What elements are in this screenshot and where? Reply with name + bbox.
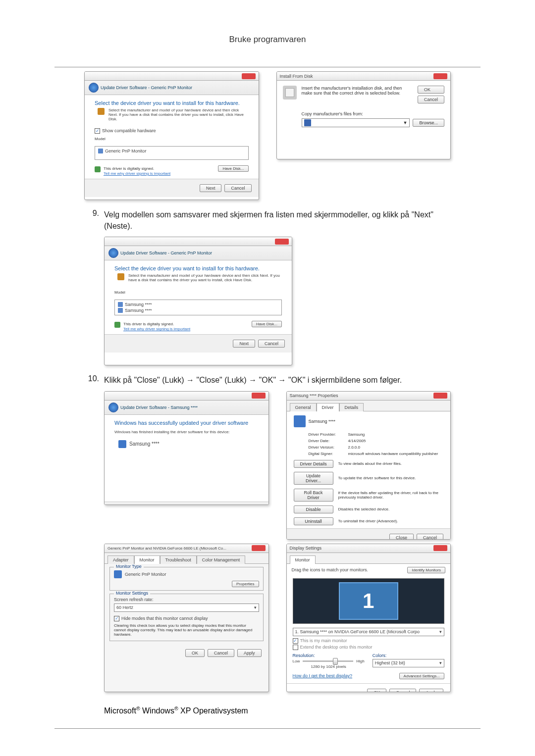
colors-select[interactable]: Highest (32 bit)▾ xyxy=(373,659,444,667)
chevron-down-icon: ▾ xyxy=(439,660,442,665)
dialog-title: Install From Disk xyxy=(280,74,313,79)
cancel-button[interactable]: Cancel xyxy=(208,649,234,657)
uninstall-button[interactable]: Uninstall xyxy=(294,517,333,525)
monitor-arena[interactable]: 1 xyxy=(293,578,445,624)
back-icon[interactable] xyxy=(108,403,118,412)
cancel-button[interactable]: Cancel xyxy=(258,340,285,348)
label: Driver Version: xyxy=(309,445,348,450)
monitor-icon xyxy=(118,302,123,307)
wizard-buttons: Next Cancel xyxy=(105,334,292,353)
copy-from-label: Copy manufacturer's files from: xyxy=(302,111,445,116)
close-button[interactable]: Close xyxy=(389,534,414,540)
close-icon[interactable] xyxy=(252,545,266,551)
monitor-settings-group: Monitor Settings Screen refresh rate: 60… xyxy=(109,594,264,641)
wizard-select-driver-a: Update Driver Software - Generic PnP Mon… xyxy=(84,71,259,200)
main-monitor-checkbox: ✓This is my main monitor xyxy=(293,638,445,644)
signing-link[interactable]: Tell me why driver signing is important xyxy=(104,171,170,176)
titlebar xyxy=(85,72,259,81)
step-9: 9. Velg modellen som samsvarer med skjer… xyxy=(84,209,451,232)
model-list[interactable]: Generic PnP Monitor xyxy=(95,146,249,160)
tab-color[interactable]: Color Management xyxy=(197,555,246,564)
monitor-select[interactable]: 1. Samsung **** on NVIDIA GeForce 6600 L… xyxy=(293,628,445,636)
close-icon[interactable] xyxy=(433,545,447,551)
colors-label: Colors: xyxy=(373,653,444,658)
floppy-icon xyxy=(283,86,297,100)
have-disk-button[interactable]: Have Disk... xyxy=(252,321,282,327)
titlebar: Generic PnP Monitor and NVIDIA GeForce 6… xyxy=(105,544,268,553)
step-text: Klikk på "Close" (Lukk) → "Close" (Lukk)… xyxy=(104,374,402,386)
tab-monitor[interactable]: Monitor xyxy=(134,555,160,564)
slider-high: High xyxy=(356,659,364,663)
best-display-link[interactable]: How do I get the best display? xyxy=(293,673,353,678)
tab-adapter[interactable]: Adapter xyxy=(107,555,134,564)
back-icon[interactable] xyxy=(89,83,99,93)
breadcrumb-text: Update Driver Software - Generic PnP Mon… xyxy=(101,85,192,90)
have-disk-button[interactable]: Have Disk... xyxy=(218,165,248,172)
monitor-icon xyxy=(118,440,126,448)
show-compatible-checkbox[interactable]: ✓ Show compatible hardware xyxy=(95,128,249,134)
model-list[interactable]: Samsung **** Samsung **** xyxy=(114,300,282,315)
list-item[interactable]: Generic PnP Monitor xyxy=(98,148,245,154)
hide-modes-note: Clearing this check box allows you to se… xyxy=(114,623,259,637)
dialog-title: Generic PnP Monitor and NVIDIA GeForce 6… xyxy=(107,546,226,551)
model-label: Model xyxy=(95,137,249,141)
breadcrumb-text: Update Driver Software - Samsung **** xyxy=(120,405,198,410)
tab-troubleshoot[interactable]: Troubleshoot xyxy=(160,555,197,564)
breadcrumb: Update Driver Software - Generic PnP Mon… xyxy=(85,81,259,95)
signing-link[interactable]: Tell me why driver signing is important xyxy=(123,327,190,331)
hide-modes-checkbox[interactable]: ✓Hide modes that this monitor cannot dis… xyxy=(114,616,259,621)
wizard-subtext: Select the manufacturer and model of you… xyxy=(85,108,259,121)
close-icon[interactable] xyxy=(275,239,289,245)
wizard-select-driver-b: Update Driver Software - Generic PnP Mon… xyxy=(104,237,292,365)
close-icon[interactable] xyxy=(242,73,256,79)
next-button[interactable]: Next xyxy=(200,184,222,192)
close-icon[interactable] xyxy=(252,393,266,399)
monitor-icon xyxy=(118,308,123,313)
ok-button[interactable]: OK xyxy=(367,689,386,692)
apply-button[interactable]: Apply xyxy=(419,689,443,692)
ok-button[interactable]: OK xyxy=(418,86,444,94)
cancel-button[interactable]: Cancel xyxy=(418,96,444,103)
label: Digital Signer: xyxy=(309,452,348,456)
rollback-driver-button[interactable]: Roll Back Driver xyxy=(294,489,333,502)
path-combo[interactable]: ▼ xyxy=(302,118,410,127)
chevron-down-icon[interactable]: ▼ xyxy=(403,120,408,125)
titlebar: Install From Disk xyxy=(277,72,451,81)
tab-monitor[interactable]: Monitor xyxy=(290,555,316,564)
resolution-slider[interactable]: Low High xyxy=(293,659,365,663)
desc: To view details about the driver files. xyxy=(338,461,444,466)
ok-button[interactable]: OK xyxy=(185,649,205,657)
apply-button[interactable]: Apply xyxy=(237,649,262,657)
disable-button[interactable]: Disable xyxy=(294,505,333,513)
cancel-button[interactable]: Cancel xyxy=(224,184,251,192)
update-driver-button[interactable]: Update Driver... xyxy=(294,472,333,485)
refresh-rate-select[interactable]: 60 Hertz▾ xyxy=(114,604,259,612)
wizard-heading: Windows has successfully updated your dr… xyxy=(105,415,268,428)
tabs: General Driver Details xyxy=(287,401,451,411)
tab-driver[interactable]: Driver xyxy=(317,403,339,411)
list-item[interactable]: Samsung **** xyxy=(118,307,278,313)
advanced-settings-button[interactable]: Advanced Settings... xyxy=(399,673,444,679)
driver-details-button[interactable]: Driver Details xyxy=(294,460,333,468)
close-icon[interactable] xyxy=(433,393,447,399)
close-icon[interactable] xyxy=(433,73,447,79)
next-button[interactable]: Next xyxy=(233,340,255,348)
dialog-message: Insert the manufacturer's installation d… xyxy=(302,86,413,96)
driver-signed: This driver is digitally signed.Tell me … xyxy=(85,163,259,179)
monitor-type-group: Monitor Type Generic PnP Monitor Propert… xyxy=(109,567,264,591)
monitor-1[interactable]: 1 xyxy=(339,582,398,620)
cancel-button[interactable]: Cancel xyxy=(417,534,443,540)
properties-button[interactable]: Properties xyxy=(232,581,259,587)
driver-properties-dialog: Samsung **** Properties General Driver D… xyxy=(286,391,451,540)
list-item[interactable]: Samsung **** xyxy=(118,302,278,307)
browse-button[interactable]: Browse... xyxy=(413,119,444,127)
dialog-buttons: OK Cancel Apply xyxy=(287,683,451,692)
cancel-button[interactable]: Cancel xyxy=(389,689,416,692)
slider-knob[interactable] xyxy=(333,658,338,665)
display-settings-dialog: Display Settings Monitor Drag the icons … xyxy=(286,544,451,692)
back-icon[interactable] xyxy=(108,248,118,258)
identify-monitors-button[interactable]: Identify Monitors xyxy=(407,567,445,573)
tab-details[interactable]: Details xyxy=(339,403,364,411)
breadcrumb: Update Driver Software - Generic PnP Mon… xyxy=(105,246,292,260)
tab-general[interactable]: General xyxy=(290,403,317,411)
